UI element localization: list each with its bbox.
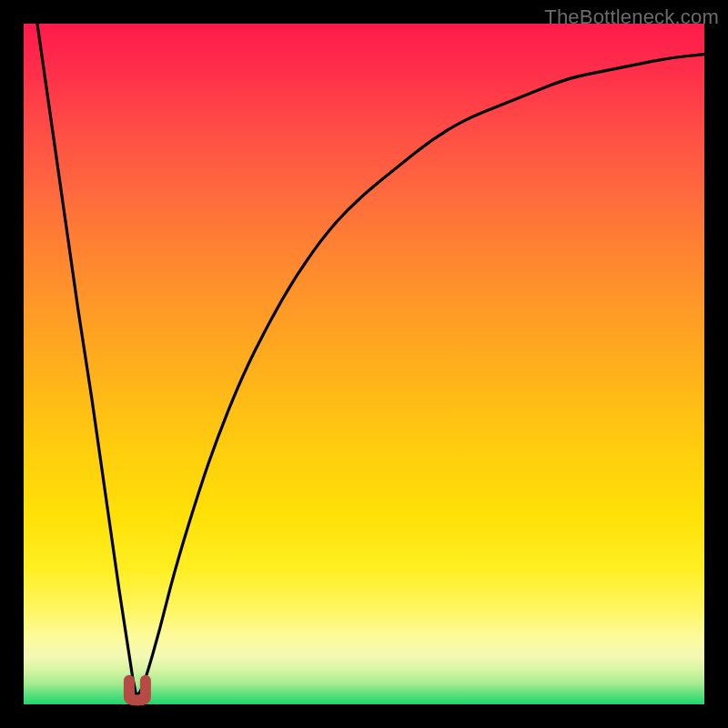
watermark-text: TheBottleneck.com xyxy=(544,5,719,29)
plot-area xyxy=(24,24,704,704)
chart-container: TheBottleneck.com xyxy=(0,0,728,728)
optimum-marker-layer xyxy=(24,24,704,704)
optimum-marker xyxy=(129,681,146,701)
